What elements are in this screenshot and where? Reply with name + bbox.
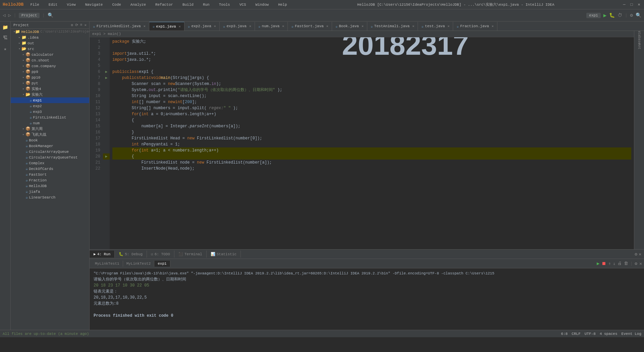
run-with-coverage[interactable]: ⏱ (618, 13, 622, 18)
tab-fraction[interactable]: ☕ Fraction.java ✕ (453, 22, 497, 31)
status-crlf[interactable]: CRLF (572, 332, 580, 336)
tree-item-linearsearch[interactable]: ☕ LinearSearch (11, 194, 89, 200)
tree-item-circularqueue[interactable]: ☕ CircularArrayQueue (11, 149, 89, 155)
tree-item-out[interactable]: ▸ 📁 out (11, 40, 89, 46)
tab-exp1[interactable]: ☕ exp1.java ✕ (149, 22, 184, 31)
tree-item-exp3[interactable]: ☕ exp3 (11, 109, 89, 115)
tab-firstlinkedlist[interactable]: ☕ FirstLinkedlist.java ✕ (90, 22, 149, 31)
status-eventlog[interactable]: Event Log (622, 332, 641, 336)
menu-file[interactable]: File (28, 2, 42, 7)
sidebar-close[interactable]: ✕ (84, 23, 87, 27)
run-tab-mylinktest1[interactable]: MyLinkTest1 (92, 261, 123, 267)
menu-run[interactable]: Run (200, 2, 212, 7)
close-fraction[interactable]: ✕ (492, 24, 494, 28)
tab-book[interactable]: ☕ Book.java ✕ (332, 22, 367, 31)
close-book[interactable]: ✕ (362, 24, 364, 28)
tab-exp2[interactable]: ☕ exp2.java ✕ (184, 22, 220, 31)
debug-button[interactable]: 🐛 (609, 12, 615, 18)
tree-item-pyt[interactable]: ▸ 📦 pyt (11, 80, 89, 86)
tree-item-jiafa[interactable]: ☕ jiafa (11, 189, 89, 194)
run-scroll-top[interactable]: ⇑ (608, 261, 611, 266)
menu-edit[interactable]: Edit (46, 2, 60, 7)
run-trash[interactable]: 🗑 (624, 261, 628, 266)
tree-item-comcompany[interactable]: ▸ 📦 com.company (11, 63, 89, 69)
tree-item-hellojdb2[interactable]: ☕ HelloJDB (11, 183, 89, 189)
tree-item-fastsort[interactable]: ☕ FastSort (11, 172, 89, 177)
tree-item-book[interactable]: ☕ Book (11, 137, 89, 143)
toolbar-settings[interactable]: ⚙ (630, 12, 633, 18)
tree-item-exp2[interactable]: ☕ exp2 (11, 103, 89, 109)
close-num[interactable]: ✕ (282, 24, 284, 28)
project-dropdown[interactable]: Project (19, 13, 40, 18)
tree-item-plane[interactable]: ▸ 📦 飞机大战 (11, 132, 89, 137)
status-indent[interactable]: 4 spaces (600, 332, 618, 336)
tree-item-cnshoot[interactable]: ▸ 📦 cn.shoot (11, 57, 89, 63)
sidebar-sync[interactable]: ⟳ (75, 23, 78, 27)
code-content[interactable]: package 实验六; import java.util.*; import … (110, 37, 634, 249)
database-icon[interactable]: Database (635, 32, 643, 40)
close-exp1[interactable]: ✕ (179, 25, 181, 29)
run-settings2[interactable]: ⚙ (635, 261, 637, 266)
close-test[interactable]: ✕ (447, 24, 449, 28)
tab-num[interactable]: ☕ num.java ✕ (255, 22, 288, 31)
maximize-button[interactable]: □ (629, 2, 634, 7)
tree-item-shiyan4[interactable]: ▸ 📦 实验4 (11, 86, 89, 92)
status-encoding[interactable]: UTF-8 (585, 332, 596, 336)
menu-tools[interactable]: Tools (216, 2, 233, 7)
tree-item-num[interactable]: ☕ num (11, 120, 89, 126)
tree-item-hellojdb[interactable]: ▾ 📁 HelloJDB C:\Users\12156\IdeaProjects… (11, 29, 89, 35)
tree-item-fraction[interactable]: ☕ Fraction (11, 177, 89, 183)
run-print[interactable]: 🖨 (618, 261, 622, 266)
tree-item-circularqueuetest[interactable]: ☕ CircularArrayQueueTest (11, 155, 89, 160)
run-close[interactable]: ✕ (639, 261, 642, 266)
menu-navigate[interactable]: Navigate (83, 2, 106, 7)
sidebar-collapse[interactable]: ≡ (80, 23, 83, 27)
maven-icon[interactable]: Ant (635, 42, 643, 50)
tab-todo[interactable]: ☑ 6: TODO (147, 251, 174, 258)
toolbar-forward[interactable]: ▷ (8, 12, 11, 18)
run-restart[interactable]: ▶ (597, 261, 599, 266)
tree-item-deckofcards[interactable]: ☕ DeckOfCards (11, 166, 89, 172)
menu-window[interactable]: Window (253, 2, 272, 7)
close-exp3[interactable]: ✕ (249, 24, 251, 28)
tree-item-pp10[interactable]: ▸ 📦 pp10 (11, 75, 89, 80)
menu-code[interactable]: Code (109, 2, 123, 7)
panel-settings[interactable]: ⚙ (635, 252, 637, 257)
menu-view[interactable]: View (64, 2, 78, 7)
run-config-dropdown[interactable]: exp1 (586, 13, 600, 18)
close-button[interactable]: ✕ (637, 2, 641, 7)
close-fastsort[interactable]: ✕ (326, 24, 328, 28)
tab-debug[interactable]: 🐛 5: Debug (115, 251, 147, 258)
tab-terminal[interactable]: ⬛ Terminal (174, 251, 207, 258)
close-firstlinkedlist[interactable]: ✕ (144, 24, 146, 28)
run-button[interactable]: ▶ (603, 12, 607, 19)
tab-testanimal1[interactable]: ☕ TestAnimal1.java ✕ (367, 22, 418, 31)
project-icon[interactable]: 📁 (1, 23, 10, 32)
tree-item-firstlinkedlist[interactable]: ☕ FirstLinkedlist (11, 115, 89, 120)
close-testanimal1[interactable]: ✕ (412, 24, 414, 28)
menu-analyze[interactable]: Analyze (128, 2, 149, 7)
tab-fastsort[interactable]: ☕ FastSort.java ✕ (288, 22, 332, 31)
close-exp2[interactable]: ✕ (214, 24, 216, 28)
menu-help[interactable]: Help (275, 2, 289, 7)
toolbar-search[interactable]: 🔍 (48, 12, 53, 18)
toolbar-search2[interactable]: 🔍 (636, 12, 641, 18)
tree-item-week6[interactable]: ▸ 📦 第六周 (11, 126, 89, 132)
favorites-icon[interactable]: ★ (1, 44, 10, 53)
run-tab-mylinktest2[interactable]: MyLinkTest2 (123, 261, 155, 267)
panel-close[interactable]: ✕ (639, 252, 641, 257)
menu-refactor[interactable]: Refactor (153, 2, 176, 7)
run-tab-exp1[interactable]: exp1 (154, 261, 170, 267)
tab-test[interactable]: ☕ test.java ✕ (418, 22, 453, 31)
run-scroll-bottom[interactable]: ⇓ (613, 261, 615, 266)
tab-statistic[interactable]: 📊 Statistic (207, 251, 241, 258)
tab-exp3[interactable]: ☕ exp3.java ✕ (220, 22, 255, 31)
menu-build[interactable]: Build (180, 2, 196, 7)
tree-item-idea[interactable]: ▸ 📁 .idea (11, 35, 89, 40)
menu-vcs[interactable]: VCS (237, 2, 249, 7)
sidebar-settings[interactable]: ⚙ (71, 23, 73, 27)
tree-item-pp9[interactable]: ▸ 📦 pp9 (11, 69, 89, 75)
structure-icon[interactable]: 🏗 (1, 34, 10, 42)
tree-item-calculator[interactable]: ▸ 📦 calculator (11, 52, 89, 57)
tree-item-shiyan6[interactable]: ▾ 📂 实验六 (11, 92, 89, 97)
